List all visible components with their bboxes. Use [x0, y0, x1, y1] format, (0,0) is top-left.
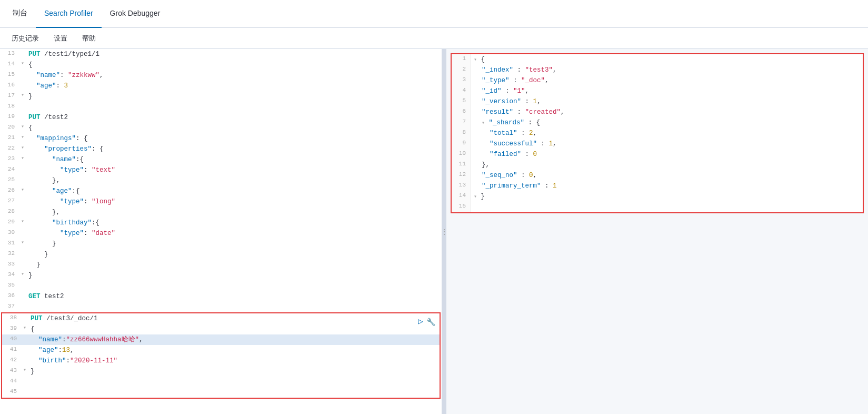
table-row: 17 ▾ }: [0, 91, 442, 102]
block-actions: ▷ 🔧: [418, 316, 435, 329]
table-row: 19 PUT /test2: [0, 112, 442, 123]
table-row: 37: [0, 302, 442, 312]
table-row: 15 "name": "zzkkww",: [0, 70, 442, 81]
output-panel: 1 ▾ { 2 "_index" : "test3", 3 "_type" : …: [451, 53, 864, 213]
table-row: 29 ▾ "birthday":{: [0, 218, 442, 228]
table-row: 30 "type": "date": [0, 228, 442, 239]
help-button[interactable]: 帮助: [77, 32, 101, 45]
table-row: 40 "name":"zz666wwwHahha哈哈",: [2, 334, 440, 345]
output-row: 5 "_version" : 1,: [452, 96, 863, 107]
pane-divider[interactable]: ⋮: [442, 49, 446, 414]
table-row: 32 }: [0, 249, 442, 260]
output-row: 11 },: [452, 160, 863, 170]
table-row: 42 "birth":"2020-11-11": [2, 356, 440, 366]
table-row: 43 ▾ }: [2, 366, 440, 377]
table-row: 23 ▾ "name":{: [0, 154, 442, 165]
tab-console[interactable]: 制台: [4, 0, 36, 28]
tab-grok-debugger[interactable]: Grok Debugger: [102, 0, 169, 28]
output-row: 3 "_type" : "_doc",: [452, 75, 863, 86]
selected-block: ▷ 🔧 38 PUT /test3/_doc/1 39 ▾ { 40 "name…: [1, 312, 441, 399]
output-row: 1 ▾ {: [452, 54, 863, 65]
table-row: 26 ▾ "age":{: [0, 186, 442, 196]
output-row: 8 "total" : 2,: [452, 128, 863, 139]
output-row: 9 "successful" : 1,: [452, 139, 863, 149]
output-row: 12 "_seq_no" : 0,: [452, 170, 863, 181]
table-row: 27 "type": "long": [0, 196, 442, 207]
table-row: 21 ▾ "mappings": {: [0, 133, 442, 144]
table-row: 14 ▾ {: [0, 60, 442, 70]
output-row: 15: [452, 202, 863, 212]
left-pane: 13 PUT /test1/type1/1 14 ▾ { 15 "name": …: [0, 49, 442, 414]
code-editor[interactable]: 13 PUT /test1/type1/1 14 ▾ { 15 "name": …: [0, 49, 442, 414]
table-row: 22 ▾ "properties": {: [0, 144, 442, 154]
table-row: 33 }: [0, 260, 442, 270]
table-row: 36 GET test2: [0, 291, 442, 302]
table-row: 24 "type": "text": [0, 165, 442, 175]
table-row: 44: [2, 377, 440, 387]
table-row: 13 PUT /test1/type1/1: [0, 49, 442, 60]
tab-grok-debugger-label: Grok Debugger: [110, 9, 161, 17]
wrench-icon[interactable]: 🔧: [426, 317, 435, 328]
history-button[interactable]: 历史记录: [6, 32, 44, 45]
output-row: 6 "result" : "created",: [452, 107, 863, 117]
table-row: 45: [2, 387, 440, 398]
output-row: 14 ▾ }: [452, 191, 863, 202]
table-row: 20 ▾ {: [0, 123, 442, 133]
settings-button[interactable]: 设置: [48, 32, 73, 45]
table-row: 38 PUT /test3/_doc/1: [2, 313, 440, 324]
table-row: 31 ▾ }: [0, 239, 442, 249]
main-content: 13 PUT /test1/type1/1 14 ▾ { 15 "name": …: [0, 49, 868, 414]
output-row: 4 "_id" : "1",: [452, 86, 863, 96]
top-nav: 制台 Search Profiler Grok Debugger: [0, 0, 868, 28]
right-pane: 1 ▾ { 2 "_index" : "test3", 3 "_type" : …: [446, 49, 868, 414]
table-row: 25 },: [0, 175, 442, 186]
tab-search-profiler-label: Search Profiler: [44, 9, 93, 17]
output-row: 13 "_primary_term" : 1: [452, 181, 863, 191]
table-row: 18: [0, 102, 442, 112]
table-row: 35: [0, 281, 442, 291]
output-row: 10 "failed" : 0: [452, 149, 863, 160]
run-icon[interactable]: ▷: [418, 316, 423, 329]
output-row: 7 ▾ "_shards" : {: [452, 117, 863, 128]
table-row: 39 ▾ {: [2, 324, 440, 334]
table-row: 28 },: [0, 207, 442, 218]
table-row: 41 "age":13,: [2, 345, 440, 356]
tab-search-profiler[interactable]: Search Profiler: [36, 0, 102, 28]
tab-console-label: 制台: [13, 8, 27, 18]
table-row: 16 "age": 3: [0, 81, 442, 91]
table-row: 34 ▾ }: [0, 270, 442, 281]
secondary-toolbar: 历史记录 设置 帮助: [0, 28, 868, 49]
output-row: 2 "_index" : "test3",: [452, 65, 863, 75]
